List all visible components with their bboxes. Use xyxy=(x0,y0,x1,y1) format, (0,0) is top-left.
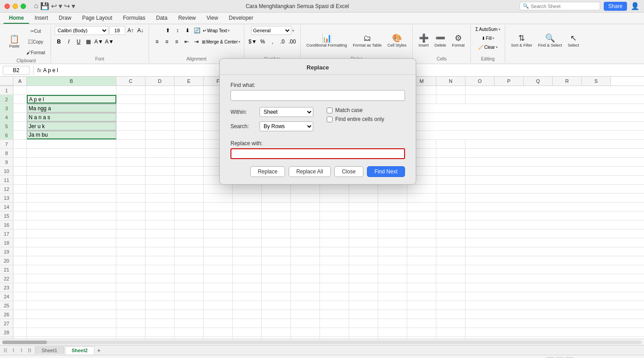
cell-A27[interactable] xyxy=(13,319,27,328)
cell-extra-15-1[interactable] xyxy=(145,211,175,220)
cell-E1[interactable] xyxy=(175,86,204,95)
cell-extra-20-0[interactable] xyxy=(116,256,145,265)
cell-A18[interactable] xyxy=(13,238,27,247)
cell-extra-26-7[interactable] xyxy=(320,310,349,319)
cell-B24[interactable] xyxy=(27,292,116,301)
cell-extra-8-11[interactable] xyxy=(436,149,465,157)
cell-extra-25-10[interactable] xyxy=(407,301,436,310)
merge-center-button[interactable]: ⊞ Merge & Center ▾ xyxy=(202,39,241,44)
cell-extra-24-5[interactable] xyxy=(262,292,291,301)
cell-extra-19-0[interactable] xyxy=(116,247,145,256)
cell-extra-27-3[interactable] xyxy=(204,319,233,328)
cell-extra-21-11[interactable] xyxy=(436,265,465,274)
cell-extra-17-2[interactable] xyxy=(175,229,204,238)
cell-B3[interactable]: Ma ngg a xyxy=(27,104,116,112)
cell-extra-23-1[interactable] xyxy=(145,283,175,292)
cell-A9[interactable] xyxy=(13,158,27,166)
cell-E4[interactable] xyxy=(175,113,204,121)
close-button[interactable] xyxy=(4,4,10,9)
cell-extra-19-7[interactable] xyxy=(320,247,349,256)
cell-extra-24-9[interactable] xyxy=(378,292,407,301)
cell-A15[interactable] xyxy=(13,211,27,220)
font-color-button[interactable]: A▼ xyxy=(105,37,115,46)
cell-extra-8-0[interactable] xyxy=(116,149,145,157)
cell-B29[interactable] xyxy=(27,337,116,339)
cell-extra-25-6[interactable] xyxy=(291,301,320,310)
cell-extra-8-2[interactable] xyxy=(175,149,204,157)
cell-extra-28-6[interactable] xyxy=(291,328,320,336)
sort-filter-button[interactable]: ⇅ Sort & Filter xyxy=(509,29,535,52)
delete-button[interactable]: ➖ Delete xyxy=(432,29,448,52)
find-next-button[interactable]: Find Next xyxy=(367,166,405,177)
wrap-text-button[interactable]: ↵ Wrap Text ▾ xyxy=(203,28,230,33)
cell-A25[interactable] xyxy=(13,301,27,310)
cell-extra-21-2[interactable] xyxy=(175,265,204,274)
fill-button[interactable]: ⬇ Fill ▾ xyxy=(481,35,495,42)
increase-decimal-button[interactable]: .00 xyxy=(288,37,297,46)
cell-B7[interactable] xyxy=(27,140,116,148)
cell-extra-24-3[interactable] xyxy=(204,292,233,301)
cell-extra-29-11[interactable] xyxy=(436,337,465,339)
cell-B18[interactable] xyxy=(27,238,116,247)
cell-extra-20-1[interactable] xyxy=(145,256,175,265)
cell-extra-12-10[interactable] xyxy=(407,185,436,193)
share-button[interactable]: Share xyxy=(604,2,627,11)
cell-extra-18-9[interactable] xyxy=(378,238,407,247)
cell-extra-24-7[interactable] xyxy=(320,292,349,301)
cell-extra-21-0[interactable] xyxy=(116,265,145,274)
cell-extra-25-2[interactable] xyxy=(175,301,204,310)
cell-D6[interactable] xyxy=(145,131,175,139)
cell-extra-23-8[interactable] xyxy=(349,283,378,292)
cell-extra-17-5[interactable] xyxy=(262,229,291,238)
cell-extra-29-5[interactable] xyxy=(262,337,291,339)
cell-extra-27-5[interactable] xyxy=(262,319,291,328)
cell-A12[interactable] xyxy=(13,185,27,193)
cell-extra-15-5[interactable] xyxy=(262,211,291,220)
cell-extra-28-11[interactable] xyxy=(436,328,465,336)
cell-A6[interactable] xyxy=(13,131,27,139)
cell-extra-13-1[interactable] xyxy=(145,194,175,202)
cell-extra-19-1[interactable] xyxy=(145,247,175,256)
cell-extra-11-11[interactable] xyxy=(436,176,465,184)
cell-extra-16-3[interactable] xyxy=(204,220,233,229)
cell-extra-14-3[interactable] xyxy=(204,203,233,211)
cell-A19[interactable] xyxy=(13,247,27,256)
cell-extra-23-3[interactable] xyxy=(204,283,233,292)
cell-extra-23-5[interactable] xyxy=(262,283,291,292)
align-middle-button[interactable]: ↕ xyxy=(173,26,182,35)
cell-extra-26-5[interactable] xyxy=(262,310,291,319)
cell-extra-23-0[interactable] xyxy=(116,283,145,292)
cell-extra-20-2[interactable] xyxy=(175,256,204,265)
cell-A1[interactable] xyxy=(13,86,27,95)
cell-B17[interactable] xyxy=(27,229,116,238)
cell-extra-25-4[interactable] xyxy=(233,301,262,310)
cell-extra-15-7[interactable] xyxy=(320,211,349,220)
cell-extra-13-2[interactable] xyxy=(175,194,204,202)
cell-extra-21-6[interactable] xyxy=(291,265,320,274)
cell-extra-26-3[interactable] xyxy=(204,310,233,319)
cell-extra-25-3[interactable] xyxy=(204,301,233,310)
tab-home[interactable]: Home xyxy=(4,13,29,24)
fill-color-button[interactable]: A▼ xyxy=(94,37,104,46)
cell-extra-11-0[interactable] xyxy=(116,176,145,184)
cell-B4[interactable]: N a n a s xyxy=(27,113,116,121)
tab-formulas[interactable]: Formulas xyxy=(118,13,151,24)
cell-B20[interactable] xyxy=(27,256,116,265)
minimize-button[interactable] xyxy=(13,4,18,9)
cell-A5[interactable] xyxy=(13,122,27,130)
cell-A24[interactable] xyxy=(13,292,27,301)
cell-A17[interactable] xyxy=(13,229,27,238)
cell-extra-16-5[interactable] xyxy=(262,220,291,229)
cell-extra-12-6[interactable] xyxy=(291,185,320,193)
cell-extra-29-0[interactable] xyxy=(116,337,145,339)
cell-extra-17-11[interactable] xyxy=(436,229,465,238)
cell-B19[interactable] xyxy=(27,247,116,256)
cell-A4[interactable] xyxy=(13,113,27,121)
cell-A29[interactable] xyxy=(13,337,27,339)
cell-extra-28-5[interactable] xyxy=(262,328,291,336)
cell-extra-12-2[interactable] xyxy=(175,185,204,193)
cell-B1[interactable] xyxy=(27,86,116,95)
cell-extra-29-10[interactable] xyxy=(407,337,436,339)
tab-data[interactable]: Data xyxy=(151,13,173,24)
conditional-formatting-button[interactable]: 📊 Conditional Formatting xyxy=(304,29,350,52)
